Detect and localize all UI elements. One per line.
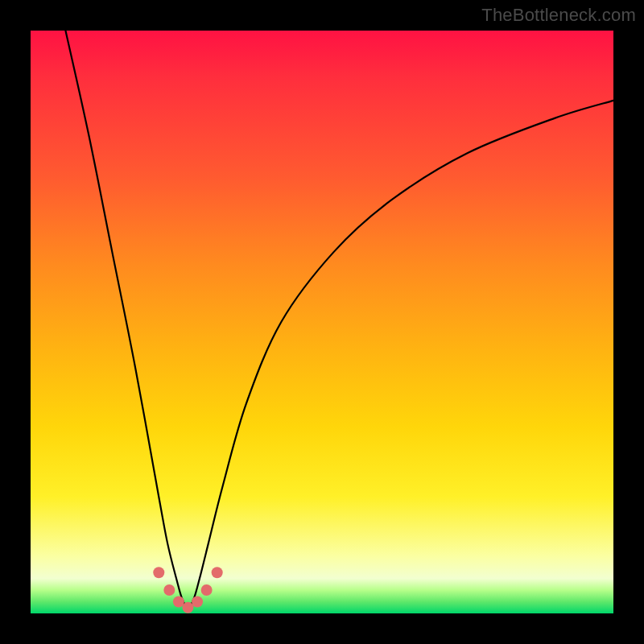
highlight-dot xyxy=(153,567,164,578)
watermark-text: TheBottleneck.com xyxy=(481,5,636,26)
highlight-dot xyxy=(182,602,193,613)
highlight-dot xyxy=(173,597,184,608)
highlight-dots xyxy=(153,567,222,613)
highlight-dot xyxy=(192,597,203,608)
highlight-dot xyxy=(212,567,223,578)
chart-plot-area xyxy=(31,31,613,613)
chart-svg xyxy=(31,31,613,613)
highlight-dot xyxy=(201,584,213,596)
highlight-dot xyxy=(163,584,175,596)
chart-frame: TheBottleneck.com xyxy=(0,0,644,644)
bottleneck-curve xyxy=(65,31,613,608)
